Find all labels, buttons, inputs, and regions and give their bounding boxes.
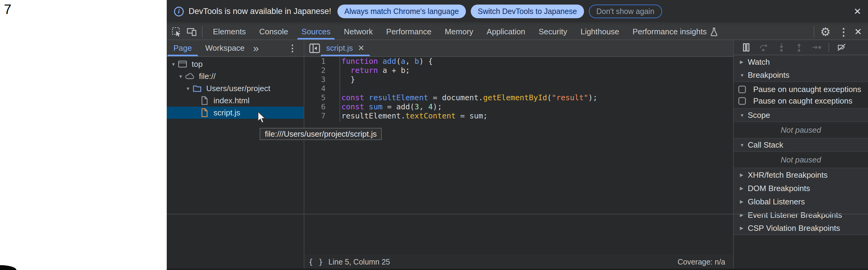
section-global-listeners[interactable]: ▶Global Listeners bbox=[734, 195, 868, 208]
step-into-icon[interactable] bbox=[776, 42, 786, 53]
section-dom-breakpoints[interactable]: ▶DOM Breakpoints bbox=[734, 182, 868, 195]
code-token: "result" bbox=[552, 93, 588, 102]
tab-memory[interactable]: Memory bbox=[438, 24, 480, 39]
code-line[interactable]: 7resultElement.textContent = sum; bbox=[304, 112, 733, 121]
chevron-right-icon: ▶ bbox=[740, 59, 748, 65]
tree-item-label: file:// bbox=[199, 72, 216, 81]
tab-label: Elements bbox=[213, 27, 246, 36]
breakpoints-options: Pause on uncaught exceptionsPause on cau… bbox=[734, 82, 868, 109]
code-editor[interactable]: 1function add(a, b) {2 return a + b;3 }4… bbox=[304, 57, 733, 254]
settings-gear-icon[interactable]: ⚙ bbox=[820, 25, 831, 38]
editor-status-bar: { } Line 5, Column 25 Coverage: n/a bbox=[304, 254, 733, 270]
editor-tab-close-icon[interactable]: ✕ bbox=[358, 43, 365, 53]
code-token bbox=[364, 93, 369, 102]
tree-item-index-html[interactable]: index.html bbox=[167, 94, 304, 107]
more-options-icon[interactable]: ⋮ bbox=[839, 26, 849, 38]
section-label: CSP Violation Breakpoints bbox=[748, 223, 840, 233]
section-label: DOM Breakpoints bbox=[748, 184, 810, 193]
tree-expand-arrow-icon[interactable]: ▼ bbox=[177, 74, 184, 79]
section-csp-violation-breakpoints[interactable]: ▶CSP Violation Breakpoints bbox=[734, 222, 868, 235]
tab-label: Sources bbox=[302, 27, 331, 36]
line-number[interactable]: 5 bbox=[304, 93, 326, 102]
line-number[interactable]: 6 bbox=[304, 102, 326, 112]
line-number[interactable]: 2 bbox=[304, 66, 326, 75]
code-token: = sum; bbox=[456, 112, 488, 120]
pause-icon[interactable] bbox=[741, 42, 751, 53]
navigator-tab-workspace[interactable]: Workspace bbox=[198, 40, 251, 56]
deactivate-breakpoints-icon[interactable] bbox=[836, 42, 847, 53]
section-xhr-fetch-breakpoints[interactable]: ▶XHR/fetch Breakpoints bbox=[734, 168, 868, 182]
step-icon[interactable] bbox=[811, 42, 822, 53]
navigator-pane: PageWorkspace » ⋮ ▼top▼file://▼Users/use… bbox=[167, 40, 304, 270]
code-token: b bbox=[414, 57, 419, 66]
code-line[interactable]: 5const resultElement = document.getEleme… bbox=[304, 93, 733, 102]
line-number[interactable]: 3 bbox=[304, 75, 326, 84]
tab-lighthouse[interactable]: Lighthouse bbox=[574, 24, 626, 39]
toggle-navigator-icon[interactable] bbox=[309, 43, 320, 54]
chevron-right-icon: ▶ bbox=[740, 212, 748, 218]
code-line[interactable]: 3 } bbox=[304, 75, 733, 84]
checkbox-row-pause-on-uncaught-exceptions[interactable]: Pause on uncaught exceptions bbox=[734, 84, 868, 95]
code-line[interactable]: 1function add(a, b) { bbox=[304, 57, 733, 66]
code-token bbox=[341, 66, 350, 75]
tree-item-top[interactable]: ▼top bbox=[167, 58, 304, 70]
devtools-close-icon[interactable]: ✕ bbox=[854, 26, 862, 37]
code-line[interactable]: 2 return a + b; bbox=[304, 66, 733, 75]
tab-elements[interactable]: Elements bbox=[206, 24, 252, 39]
section-scope[interactable]: ▼Scope bbox=[734, 109, 868, 122]
navigator-more-options-icon[interactable]: ⋮ bbox=[288, 43, 297, 54]
switch-devtools-to-japanese-button[interactable]: Switch DevTools to Japanese bbox=[471, 5, 584, 18]
code-token: textContent bbox=[405, 112, 456, 120]
banner-message: DevTools is now available in Japanese! bbox=[189, 7, 331, 16]
tab-console[interactable]: Console bbox=[252, 24, 294, 39]
tree-item-users-user-project[interactable]: ▼Users/user/project bbox=[167, 82, 304, 94]
devtools-tabbar: ElementsConsoleSourcesNetworkPerformance… bbox=[167, 24, 868, 40]
code-token: getElementById bbox=[483, 93, 547, 102]
tab-network[interactable]: Network bbox=[337, 24, 379, 39]
editor-tab-scriptjs[interactable]: script.js ✕ bbox=[320, 40, 371, 56]
code-line[interactable]: 6const sum = add(3, 4); bbox=[304, 102, 733, 112]
device-toolbar-icon[interactable] bbox=[187, 27, 197, 37]
banner-close-icon[interactable]: ✕ bbox=[854, 6, 861, 17]
editor-tab-label: script.js bbox=[326, 43, 353, 53]
chevron-right-icon: ▶ bbox=[740, 226, 748, 231]
checkbox-row-pause-on-caught-exceptions[interactable]: Pause on caught exceptions bbox=[734, 95, 868, 107]
code-token: 4 bbox=[428, 102, 433, 111]
section-breakpoints[interactable]: ▼Breakpoints bbox=[734, 69, 868, 82]
code-token: a bbox=[401, 57, 405, 66]
step-over-icon[interactable] bbox=[759, 42, 769, 53]
tab-application[interactable]: Application bbox=[480, 24, 532, 39]
tree-expand-arrow-icon[interactable]: ▼ bbox=[170, 62, 177, 67]
checkbox-unchecked[interactable] bbox=[738, 97, 746, 105]
don-t-show-again-button[interactable]: Don't show again bbox=[589, 5, 662, 18]
coverage-status: Coverage: n/a bbox=[678, 258, 725, 266]
not-paused-message: Not paused bbox=[734, 122, 868, 138]
toolbar-divider bbox=[814, 26, 814, 37]
line-number[interactable]: 4 bbox=[304, 84, 326, 93]
tree-expand-arrow-icon[interactable]: ▼ bbox=[184, 86, 192, 91]
page-result-text: 7 bbox=[4, 2, 11, 17]
section-event-listener-breakpoints[interactable]: ▶Event Listener Breakpoints bbox=[734, 208, 868, 222]
line-number[interactable]: 1 bbox=[304, 57, 326, 66]
pretty-print-icon[interactable]: { } bbox=[309, 258, 323, 266]
call-stack-content: Not paused bbox=[734, 152, 868, 168]
navigator-tab-page[interactable]: Page bbox=[167, 40, 198, 56]
tree-item-script-js[interactable]: script.js bbox=[167, 107, 304, 119]
section-watch[interactable]: ▶Watch bbox=[734, 55, 868, 69]
navigator-overflow-chevron-icon[interactable]: » bbox=[253, 42, 259, 54]
tab-performance-insights[interactable]: Performance insights bbox=[626, 24, 725, 39]
corner-artifact bbox=[0, 265, 17, 270]
tree-item-label: index.html bbox=[214, 96, 250, 106]
inspect-element-icon[interactable] bbox=[172, 27, 182, 37]
section-call-stack[interactable]: ▼Call Stack bbox=[734, 139, 868, 152]
always-match-chrome-s-language-button[interactable]: Always match Chrome's language bbox=[337, 5, 466, 18]
line-number[interactable]: 7 bbox=[304, 112, 326, 121]
step-out-icon[interactable] bbox=[794, 42, 804, 53]
tab-security[interactable]: Security bbox=[532, 24, 574, 39]
code-token: const bbox=[341, 102, 364, 111]
tab-sources[interactable]: Sources bbox=[295, 24, 337, 39]
checkbox-unchecked[interactable] bbox=[738, 86, 746, 93]
code-line[interactable]: 4 bbox=[304, 84, 733, 93]
tab-performance[interactable]: Performance bbox=[380, 24, 438, 39]
tree-item-file[interactable]: ▼file:// bbox=[167, 70, 304, 82]
